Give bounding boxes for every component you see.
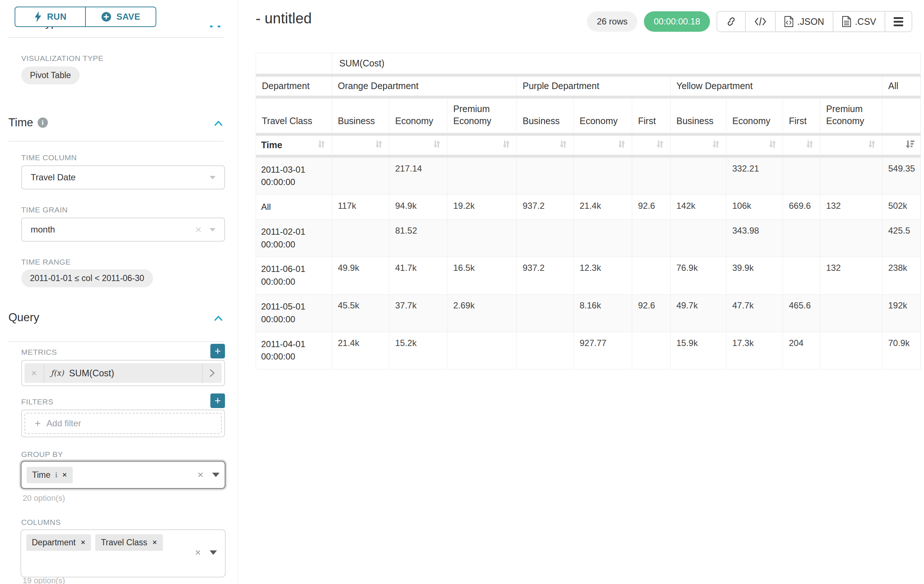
pivot-sort-header[interactable] bbox=[632, 134, 670, 156]
share-link-button[interactable] bbox=[717, 12, 745, 31]
metric-expand-icon[interactable] bbox=[202, 363, 222, 383]
sort-descending-icon[interactable] bbox=[904, 139, 915, 152]
export-button-group: .JSON .CSV bbox=[716, 11, 912, 32]
collapse-chevron-icon[interactable] bbox=[214, 120, 223, 126]
metrics-label: METRICS bbox=[21, 348, 57, 357]
pivot-sort-header[interactable] bbox=[820, 134, 882, 156]
clear-all-icon[interactable]: × bbox=[195, 548, 201, 558]
pivot-cell bbox=[783, 219, 820, 257]
time-section-heading: Time i bbox=[8, 116, 48, 129]
metric-chip[interactable]: × ƒ(x) SUM(Cost) bbox=[25, 363, 222, 383]
sort-icon[interactable] bbox=[710, 139, 721, 152]
add-metric-button[interactable]: + bbox=[210, 344, 225, 359]
pivot-col-header[interactable]: Business bbox=[670, 97, 726, 134]
pivot-sort-header[interactable] bbox=[447, 134, 517, 156]
pivot-group-header[interactable]: Yellow Department bbox=[670, 75, 882, 97]
group-by-select[interactable]: Timei✕ × bbox=[20, 461, 226, 489]
export-csv-button[interactable]: .CSV bbox=[833, 12, 884, 31]
pivot-group-header[interactable]: All bbox=[882, 75, 921, 97]
sort-icon[interactable] bbox=[616, 139, 627, 152]
pivot-row-label: All bbox=[256, 195, 332, 220]
pivot-col-header[interactable]: First bbox=[783, 97, 820, 134]
pivot-sort-header[interactable] bbox=[670, 134, 726, 156]
sort-icon[interactable] bbox=[804, 139, 815, 152]
dropdown-caret-icon bbox=[212, 473, 219, 477]
pivot-cell bbox=[517, 219, 574, 257]
pivot-cell: 132 bbox=[820, 195, 882, 220]
pivot-cell: 937.2 bbox=[517, 195, 574, 220]
csv-file-icon bbox=[842, 16, 851, 27]
metrics-box: × ƒ(x) SUM(Cost) bbox=[21, 360, 225, 386]
pivot-col-header[interactable]: Premium Economy bbox=[447, 97, 517, 134]
time-column-select[interactable]: Travel Date bbox=[21, 165, 225, 189]
pivot-cell: 19.2k bbox=[447, 195, 517, 220]
header-toolbar: 26 rows 00:00:00.18 bbox=[587, 11, 912, 32]
pivot-col-header[interactable]: Economy bbox=[726, 97, 783, 134]
chip-remove-icon[interactable]: ✕ bbox=[80, 539, 86, 546]
time-range-pill[interactable]: 2011-01-01 ≤ col < 2011-06-30 bbox=[21, 269, 153, 287]
clear-all-icon[interactable]: × bbox=[198, 470, 203, 480]
pivot-sort-header[interactable] bbox=[332, 134, 389, 156]
time-column-value: Travel Date bbox=[31, 172, 76, 183]
pivot-group-header[interactable]: Purple Department bbox=[517, 75, 670, 97]
embed-code-button[interactable] bbox=[745, 12, 775, 31]
run-button[interactable]: RUN bbox=[15, 7, 85, 26]
columns-select[interactable]: Department✕Travel Class✕ × bbox=[20, 529, 226, 577]
save-button[interactable]: SAVE bbox=[85, 7, 155, 26]
token-chip-label: Department bbox=[32, 538, 76, 548]
menu-button[interactable] bbox=[884, 12, 912, 31]
pivot-sort-header[interactable] bbox=[517, 134, 574, 156]
rows-count-badge: 26 rows bbox=[587, 12, 637, 32]
time-grain-select[interactable]: month × bbox=[21, 217, 225, 242]
chip-remove-icon[interactable]: ✕ bbox=[152, 539, 157, 546]
time-grain-label: TIME GRAIN bbox=[21, 206, 68, 214]
add-filter-button[interactable]: + Add filter bbox=[25, 413, 222, 434]
pivot-cell: 927.77 bbox=[574, 332, 632, 369]
clear-icon[interactable]: × bbox=[195, 224, 201, 235]
section-divider bbox=[8, 141, 223, 141]
pivot-sort-header[interactable] bbox=[726, 134, 783, 156]
sort-icon[interactable] bbox=[557, 139, 568, 152]
pivot-cell: 17.3k bbox=[726, 332, 783, 369]
time-section-title: Time bbox=[8, 116, 33, 129]
chip-remove-icon[interactable]: ✕ bbox=[62, 471, 67, 479]
pivot-sort-header[interactable]: Time bbox=[256, 134, 332, 156]
pivot-row-label: 2011-02-01 00:00:00 bbox=[256, 219, 332, 257]
sort-icon[interactable] bbox=[431, 139, 442, 152]
sort-icon[interactable] bbox=[315, 139, 327, 152]
pivot-col-header[interactable]: First bbox=[632, 97, 670, 134]
pivot-sort-header[interactable] bbox=[574, 134, 632, 156]
sort-icon[interactable] bbox=[500, 139, 511, 152]
pivot-cell: 238k bbox=[882, 257, 921, 294]
token-chip[interactable]: Timei✕ bbox=[26, 467, 73, 483]
pivot-col-header[interactable]: Premium Economy bbox=[820, 97, 882, 134]
token-chip[interactable]: Travel Class✕ bbox=[95, 535, 163, 551]
collapse-chevron-icon[interactable] bbox=[214, 315, 223, 321]
token-chip[interactable]: Department✕ bbox=[26, 535, 91, 551]
add-filter-plus-button[interactable]: + bbox=[210, 393, 225, 408]
sort-icon[interactable] bbox=[767, 139, 777, 152]
pivot-col-header[interactable]: Economy bbox=[574, 97, 632, 134]
link-icon bbox=[726, 16, 737, 27]
pivot-sort-header[interactable] bbox=[882, 134, 921, 156]
pivot-cell: 49.7k bbox=[670, 294, 726, 332]
sort-icon[interactable] bbox=[373, 139, 384, 152]
sort-icon[interactable] bbox=[866, 139, 877, 152]
filters-label: FILTERS bbox=[21, 398, 53, 406]
chevron-down-icon bbox=[210, 176, 216, 179]
export-json-label: .JSON bbox=[797, 16, 824, 27]
pivot-col-header[interactable]: Business bbox=[332, 97, 389, 134]
pivot-sort-header[interactable] bbox=[389, 134, 447, 156]
columns-options-hint: 19 option(s) bbox=[23, 576, 65, 584]
sort-icon[interactable] bbox=[654, 139, 665, 152]
metric-remove-icon[interactable]: × bbox=[25, 363, 44, 383]
pivot-table-head: SUM(Cost)DepartmentOrange DepartmentPurp… bbox=[256, 53, 921, 156]
pivot-col-header[interactable]: Business bbox=[517, 97, 574, 134]
plus-icon: + bbox=[214, 395, 221, 406]
pivot-sort-header[interactable] bbox=[783, 134, 820, 156]
export-json-button[interactable]: .JSON bbox=[775, 12, 833, 31]
visualization-type-pill[interactable]: Pivot Table bbox=[21, 66, 79, 84]
pivot-group-header[interactable]: Orange Department bbox=[332, 75, 517, 97]
pivot-col-header[interactable]: Economy bbox=[389, 97, 447, 134]
pivot-cell bbox=[332, 219, 389, 257]
